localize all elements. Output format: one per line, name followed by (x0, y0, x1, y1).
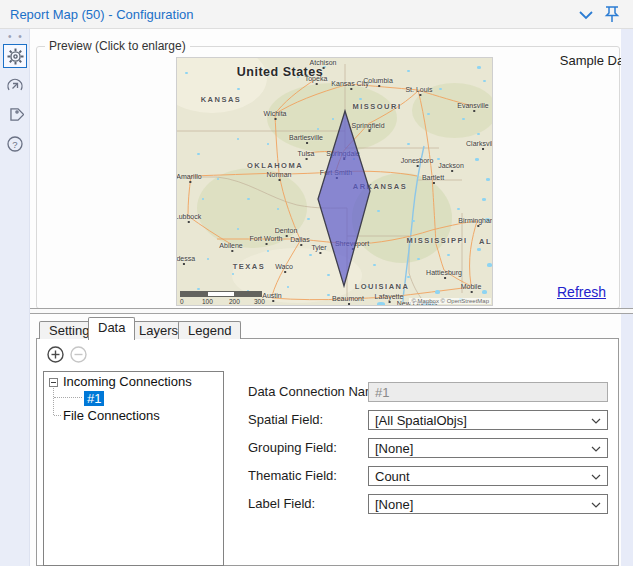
preview-groupbox-label: Preview (Click to enlarge) (45, 39, 190, 53)
map-scale-bar: 0 100 200 300 km (180, 291, 262, 305)
splitter-handle[interactable] (30, 308, 633, 314)
tab-legend[interactable]: Legend (178, 321, 241, 339)
chevron-down-icon (591, 474, 601, 481)
minus-circle-icon (70, 346, 87, 363)
data-connection-name-input: #1 (368, 382, 608, 402)
spatial-field-label: Spatial Field: (248, 412, 323, 427)
tool-sidebar: • • • (0, 29, 30, 566)
grouping-field-select[interactable]: [None] (368, 438, 608, 458)
arrow-circle-icon (6, 77, 24, 95)
grouping-field-label: Grouping Field: (248, 440, 337, 455)
gear-icon (7, 48, 24, 65)
configuration-title-bar: Report Map (50) - Configuration (0, 0, 633, 29)
scale-label: 200 (229, 298, 240, 305)
chevron-down-icon (591, 418, 601, 425)
tag-icon (6, 106, 24, 124)
refresh-link[interactable]: Refresh (557, 284, 606, 300)
collapse-button[interactable] (578, 8, 596, 22)
thematic-field-label: Thematic Field: (248, 468, 337, 483)
question-icon: ? (6, 135, 24, 153)
sidebar-item-settings[interactable] (3, 44, 27, 68)
thematic-field-select[interactable]: Count (368, 466, 608, 486)
pin-button[interactable] (604, 5, 622, 24)
plus-circle-icon (47, 346, 64, 363)
page-title: Report Map (50) - Configuration (10, 7, 194, 22)
scale-label: 300 km (254, 298, 265, 306)
map-preview[interactable]: United StatesKANSASMISSOURIOKLAHOMAARKAN… (176, 57, 493, 306)
chevron-down-icon (578, 10, 594, 22)
map-attribution: © Mapbox © OpenStreetMap (409, 298, 491, 304)
chevron-down-icon (591, 446, 601, 453)
report-map-configuration-window: Report Map (50) - Configuration • • • (0, 0, 633, 566)
label-field-label: Label Field: (248, 496, 315, 511)
chevron-down-icon (591, 502, 601, 509)
sidebar-item-annotation[interactable] (3, 103, 27, 127)
right-panel-strip (621, 29, 633, 566)
spatial-object-diamond (177, 58, 492, 305)
data-tab-panel: Incoming Connections #1 File Connections… (36, 338, 619, 566)
add-connection-button[interactable] (47, 346, 64, 363)
tab-data[interactable]: Data (88, 317, 135, 340)
data-connection-name-label: Data Connection Name: (248, 384, 387, 399)
preview-groupbox: Preview (Click to enlarge) Sample Data (36, 46, 620, 309)
svg-text:?: ? (12, 139, 17, 150)
label-field-select[interactable]: [None] (368, 494, 608, 514)
sidebar-item-navigation[interactable] (3, 74, 27, 98)
pin-icon (604, 5, 620, 23)
scale-label: 100 (202, 298, 213, 305)
scale-label: 0 (180, 298, 184, 305)
sidebar-item-help[interactable]: ? (3, 132, 27, 156)
spatial-field-select[interactable]: [All SpatialObjs] (368, 410, 608, 430)
remove-connection-button[interactable] (70, 346, 87, 363)
